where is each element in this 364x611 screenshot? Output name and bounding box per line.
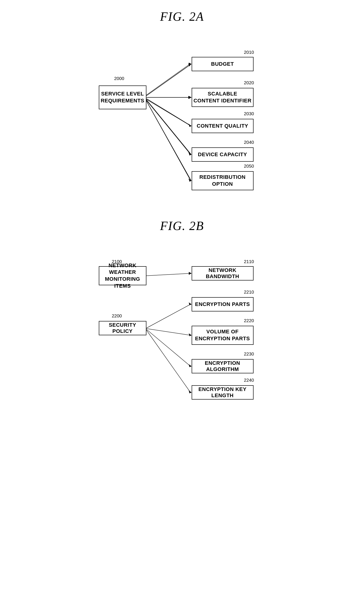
fig2a-area: 2000 2010 2020 2030 2040 2050 SERVICE LE…: [99, 38, 265, 200]
svg-line-16: [146, 100, 190, 154]
box-device-capacity: DEVICE CAPACITY: [192, 147, 254, 162]
fig2a-container: FIG. 2A 2000 2010 2020 2030 2040 2050 SE…: [85, 10, 280, 200]
svg-marker-17: [189, 153, 192, 156]
svg-marker-13: [189, 96, 192, 99]
box-ekl-text: ENCRYPTION KEY LENGTH: [192, 386, 253, 399]
box-network-bandwidth: NETWORK BANDWIDTH: [192, 266, 254, 281]
box-encryption-parts: ENCRYPTION PARTS: [192, 297, 254, 312]
svg-marker-5: [188, 124, 191, 126]
fig2a-diagram: 2000 2010 2020 2030 2040 2050 SERVICE LE…: [99, 38, 265, 200]
page-container: FIG. 2A 2000 2010 2020 2030 2040 2050 SE…: [85, 10, 280, 452]
svg-line-0: [146, 64, 191, 96]
box-voep-text: VOLUME OFENCRYPTION PARTS: [195, 328, 250, 342]
svg-line-10: [146, 64, 190, 95]
box-budget: BUDGET: [192, 57, 254, 71]
box-service-level-requirements: SERVICE LEVELREQUIREMENTS: [99, 86, 146, 109]
fig2b-title: FIG. 2B: [160, 219, 204, 233]
svg-marker-9: [188, 178, 191, 181]
svg-line-28: [146, 330, 190, 392]
svg-marker-19: [189, 179, 192, 182]
svg-marker-21: [189, 272, 192, 275]
box-cq-text: CONTENT QUALITY: [197, 123, 248, 129]
svg-line-24: [146, 329, 190, 335]
box-network-weather-monitoring: NETWORK WEATHERMONITORING ITEMS: [99, 266, 146, 285]
box-volume-encryption-parts: VOLUME OFENCRYPTION PARTS: [192, 326, 254, 345]
svg-marker-27: [189, 364, 192, 367]
svg-marker-11: [189, 63, 192, 65]
svg-marker-29: [189, 390, 192, 393]
box-scalable-content-identifier: SCALABLECONTENT IDENTIFIER: [192, 88, 254, 107]
box-slr-text: SERVICE LEVELREQUIREMENTS: [101, 91, 144, 104]
box-security-policy: SECURITY POLICY: [99, 321, 146, 335]
label-2230: 2230: [244, 351, 254, 357]
box-encryption-algorithm: ENCRYPTION ALGORITHM: [192, 359, 254, 373]
box-ro-text: REDISTRIBUTIONOPTION: [199, 174, 246, 187]
svg-line-26: [146, 329, 190, 366]
svg-marker-25: [189, 333, 192, 336]
svg-line-6: [146, 100, 191, 155]
svg-marker-1: [188, 64, 191, 66]
svg-line-8: [146, 101, 191, 181]
svg-line-20: [146, 273, 190, 276]
box-sci-text: SCALABLECONTENT IDENTIFIER: [194, 91, 252, 104]
box-ep-text: ENCRYPTION PARTS: [195, 301, 250, 307]
svg-line-22: [146, 304, 190, 328]
label-2000: 2000: [114, 76, 124, 81]
box-ea-text: ENCRYPTION ALGORITHM: [192, 360, 253, 372]
label-2200: 2200: [112, 313, 122, 319]
label-2050: 2050: [244, 164, 254, 169]
label-2240: 2240: [244, 378, 254, 383]
label-2220: 2220: [244, 318, 254, 323]
svg-line-18: [146, 101, 190, 180]
svg-marker-23: [189, 302, 192, 305]
fig2b-diagram: 2100 2110 2200 2210 2220 2230 2240 NETWO…: [99, 247, 265, 433]
fig2a-title: FIG. 2A: [160, 10, 204, 24]
label-2210: 2210: [244, 289, 254, 295]
fig2b-container: FIG. 2B 2100 2110 2200 2210 2220 2230 22…: [85, 219, 280, 433]
box-encryption-key-length: ENCRYPTION KEY LENGTH: [192, 385, 254, 400]
label-2010: 2010: [244, 50, 254, 55]
box-content-quality: CONTENT QUALITY: [192, 119, 254, 133]
svg-marker-3: [188, 96, 191, 99]
svg-marker-15: [189, 124, 192, 127]
box-budget-text: BUDGET: [211, 61, 234, 67]
box-dc-text: DEVICE CAPACITY: [198, 151, 247, 158]
svg-line-14: [146, 99, 190, 126]
box-nwmi-text: NETWORK WEATHERMONITORING ITEMS: [99, 262, 146, 289]
label-2040: 2040: [244, 140, 254, 145]
box-redistribution-option: REDISTRIBUTIONOPTION: [192, 171, 254, 190]
label-2110: 2110: [244, 259, 254, 264]
box-nb-text: NETWORK BANDWIDTH: [192, 267, 253, 280]
label-2030: 2030: [244, 111, 254, 117]
label-2020: 2020: [244, 80, 254, 86]
svg-line-4: [146, 99, 191, 126]
fig2b-area: 2100 2110 2200 2210 2220 2230 2240 NETWO…: [99, 247, 265, 433]
box-sp-text: SECURITY POLICY: [99, 322, 146, 334]
svg-marker-7: [188, 152, 191, 155]
